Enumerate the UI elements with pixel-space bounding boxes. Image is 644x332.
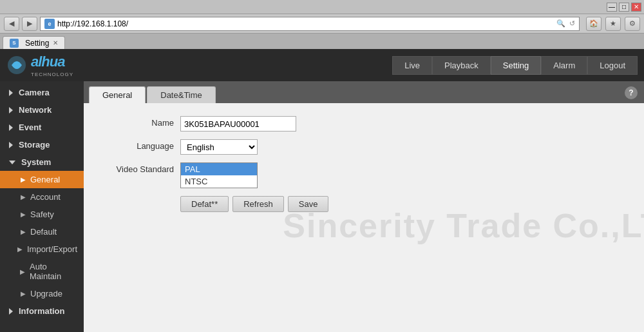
form-area: Sincerity Trade Co.,LTD Name Language En… <box>84 103 644 332</box>
tab-row: General Date&Time ? <box>84 81 644 103</box>
back-button[interactable]: ◀ <box>4 17 19 31</box>
app-header: alhua TECHNOLOGY Live Playback Setting A… <box>0 49 644 81</box>
header-nav: Live Playback Setting Alarm Logout <box>392 56 638 75</box>
upgrade-arrow-icon: ▶ <box>21 290 26 297</box>
storage-arrow-icon <box>9 142 13 148</box>
form-row-video-standard: Video Standard PAL NTSC <box>103 162 625 188</box>
address-text: http://192.168.1.108/ <box>57 19 128 28</box>
tab-close-button[interactable]: ✕ <box>53 39 58 46</box>
sidebar-item-camera[interactable]: Camera <box>0 84 84 101</box>
logo-text-area: alhua TECHNOLOGY <box>31 54 73 77</box>
settings-button[interactable]: ⚙ <box>625 17 640 31</box>
nav-setting[interactable]: Setting <box>491 56 541 75</box>
form-row-language: Language English <box>103 139 625 155</box>
close-button[interactable]: ✕ <box>631 3 641 12</box>
logo-sub: TECHNOLOGY <box>31 72 73 77</box>
sidebar-item-safety[interactable]: ▶ Safety <box>0 206 84 223</box>
maximize-button[interactable]: □ <box>619 3 629 12</box>
sidebar-item-network[interactable]: Network <box>0 101 84 119</box>
name-label: Name <box>103 116 174 128</box>
logo-brand: alhua <box>31 54 73 70</box>
language-select[interactable]: English <box>180 139 258 155</box>
sidebar-item-system[interactable]: System <box>0 153 84 171</box>
tab-title: Setting <box>25 39 49 48</box>
nav-live[interactable]: Live <box>392 56 432 75</box>
default-arrow-icon: ▶ <box>21 228 26 235</box>
forward-button[interactable]: ▶ <box>22 17 37 31</box>
tab-general[interactable]: General <box>89 86 146 103</box>
sidebar-item-event[interactable]: Event <box>0 119 84 136</box>
sidebar-item-upgrade[interactable]: ▶ Upgrade <box>0 285 84 302</box>
nav-playback[interactable]: Playback <box>432 56 491 75</box>
form-row-name: Name <box>103 116 625 132</box>
sidebar: Camera Network Event Storage System ▶ <box>0 81 84 332</box>
sidebar-item-auto-maintain[interactable]: ▶ Auto Maintain <box>0 258 84 285</box>
sidebar-item-storage[interactable]: Storage <box>0 136 84 153</box>
tab-favicon: S <box>10 39 19 48</box>
form-buttons: Defat** Refresh Save <box>180 196 625 212</box>
automaintain-arrow-icon: ▶ <box>20 268 25 275</box>
tab-datetime[interactable]: Date&Time <box>147 86 216 103</box>
browser-tab-bar: S Setting ✕ <box>0 34 644 49</box>
sidebar-item-import-export[interactable]: ▶ Import/Export <box>0 240 84 258</box>
information-arrow-icon <box>9 308 13 315</box>
main-panel: General Date&Time ? Sincerity Trade Co.,… <box>84 81 644 332</box>
nav-alarm[interactable]: Alarm <box>541 56 587 75</box>
dropdown-box: PAL NTSC <box>180 162 258 188</box>
help-icon[interactable]: ? <box>625 86 638 99</box>
safety-arrow-icon: ▶ <box>21 211 26 218</box>
dropdown-option-pal[interactable]: PAL <box>181 163 257 175</box>
content-area: Camera Network Event Storage System ▶ <box>0 81 644 332</box>
video-standard-dropdown[interactable]: PAL NTSC <box>180 162 258 188</box>
importexport-arrow-icon: ▶ <box>17 246 23 253</box>
sidebar-item-default[interactable]: ▶ Default <box>0 223 84 240</box>
event-arrow-icon <box>9 124 13 131</box>
nav-logout[interactable]: Logout <box>587 56 638 75</box>
app-container: alhua TECHNOLOGY Live Playback Setting A… <box>0 49 644 332</box>
language-label: Language <box>103 139 174 151</box>
logo-area: alhua TECHNOLOGY <box>6 54 73 77</box>
name-input[interactable] <box>180 116 296 132</box>
address-bar[interactable]: e http://192.168.1.108/ 🔍 ↺ <box>40 17 580 31</box>
video-standard-label: Video Standard <box>103 162 174 174</box>
dropdown-option-ntsc[interactable]: NTSC <box>181 175 257 188</box>
network-arrow-icon <box>9 107 13 113</box>
minimize-button[interactable]: — <box>607 3 617 12</box>
account-arrow-icon: ▶ <box>21 193 26 200</box>
system-arrow-icon <box>9 161 15 164</box>
general-arrow-icon: ▶ <box>21 176 26 183</box>
refresh-button[interactable]: Refresh <box>232 196 284 212</box>
browser-tab[interactable]: S Setting ✕ <box>3 36 65 49</box>
sidebar-item-information[interactable]: Information <box>0 302 84 320</box>
default-button[interactable]: Defat** <box>180 196 229 212</box>
browser-titlebar: — □ ✕ <box>0 0 644 14</box>
browser-toolbar: ◀ ▶ e http://192.168.1.108/ 🔍 ↺ 🏠 ★ ⚙ <box>0 14 644 34</box>
save-button[interactable]: Save <box>288 196 329 212</box>
star-button[interactable]: ★ <box>605 17 621 31</box>
sidebar-item-account[interactable]: ▶ Account <box>0 188 84 206</box>
sidebar-item-general[interactable]: ▶ General <box>0 171 84 188</box>
address-icon: e <box>44 19 55 29</box>
logo-icon <box>6 55 27 75</box>
camera-arrow-icon <box>9 90 13 96</box>
home-button[interactable]: 🏠 <box>586 17 601 31</box>
